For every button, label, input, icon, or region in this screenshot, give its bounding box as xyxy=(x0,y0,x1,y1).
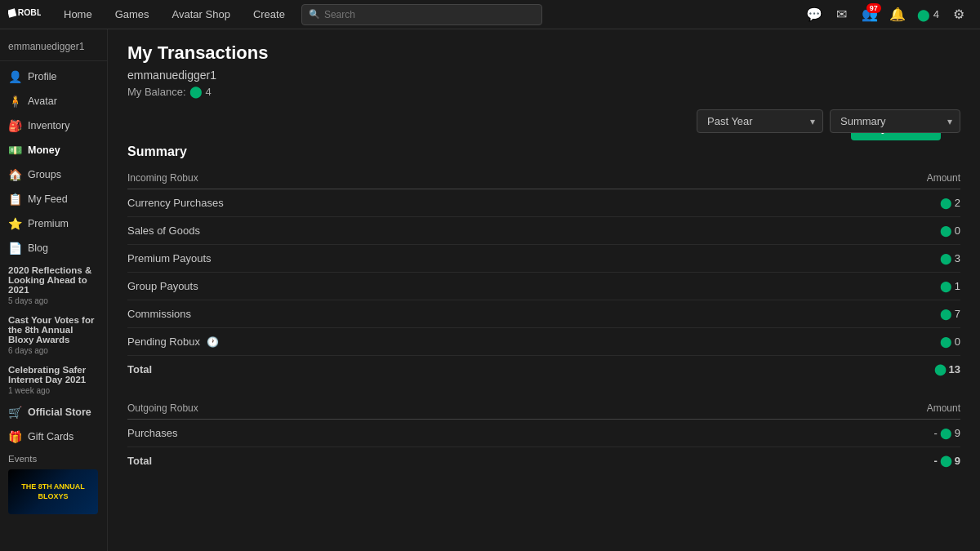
page-header-area: My Transactions emmanuedigger1 My Balanc… xyxy=(127,42,960,98)
sidebar-label-official-store: Official Store xyxy=(28,407,91,418)
pending-robux-label: Pending Robux 🕐 xyxy=(127,328,744,356)
outgoing-amount-header: Amount xyxy=(692,398,960,420)
pending-robux-amount: ⬤0 xyxy=(744,328,960,356)
svg-rect-0 xyxy=(8,8,16,17)
sidebar-item-money[interactable]: 💵 Money xyxy=(0,138,107,162)
nav-right-icons: 💬 ✉ 👥97 🔔 ⬤ 4 ⚙ xyxy=(801,2,972,28)
page-username: emmanuedigger1 xyxy=(127,69,960,82)
sales-of-goods-label: Sales of Goods xyxy=(127,217,744,245)
bloxy-event-text: THE 8TH ANNUAL BLOXYS xyxy=(21,482,85,501)
sidebar-label-gift-cards: Gift Cards xyxy=(28,431,74,442)
commissions-label: Commissions xyxy=(127,300,744,328)
table-row: Premium Payouts ⬤3 xyxy=(127,245,960,273)
commissions-amount: ⬤7 xyxy=(744,300,960,328)
settings-icon-btn[interactable]: ⚙ xyxy=(946,2,972,28)
time-filter-select[interactable]: Past Day Past Week Past Month Past Year xyxy=(697,109,823,133)
outgoing-header: Outgoing Robux xyxy=(127,398,692,420)
premium-payouts-label: Premium Payouts xyxy=(127,245,744,273)
friends-icon-btn[interactable]: 👥97 xyxy=(857,2,883,28)
pending-robux-value: 0 xyxy=(955,335,960,348)
sidebar-item-avatar[interactable]: 🧍 Avatar xyxy=(0,89,107,113)
sidebar-label-my-feed: My Feed xyxy=(28,193,68,205)
type-filter-wrap: Summary Currency Purchases Sales of Good… xyxy=(830,109,960,133)
nav-avatar-shop[interactable]: Avatar Shop xyxy=(161,0,242,29)
outgoing-total-amount: - ⬤ 9 xyxy=(692,447,960,475)
purchases-label: Purchases xyxy=(127,420,692,447)
sidebar-item-my-feed[interactable]: 📋 My Feed xyxy=(0,187,107,211)
sidebar-username: emmanuedigger1 xyxy=(0,36,107,61)
robux-icon: ⬤ xyxy=(940,280,952,292)
sidebar-item-premium[interactable]: ⭐ Premium xyxy=(0,211,107,236)
purchases-amount: - ⬤ 9 xyxy=(692,420,960,447)
bloxy-event-banner[interactable]: THE 8TH ANNUAL BLOXYS xyxy=(8,469,98,514)
chat-icon-btn[interactable]: 💬 xyxy=(801,2,827,28)
group-payouts-value: 1 xyxy=(955,280,960,292)
search-box[interactable]: 🔍 xyxy=(301,4,542,25)
robux-icon: ⬤ xyxy=(940,197,952,209)
balance-value: 4 xyxy=(206,86,212,98)
table-row: Sales of Goods ⬤0 xyxy=(127,217,960,245)
friends-badge: 97 xyxy=(866,3,881,13)
sidebar-label-profile: Profile xyxy=(28,71,56,82)
sidebar-label-money: Money xyxy=(28,144,60,156)
notifications-icon-btn[interactable]: 🔔 xyxy=(884,2,911,28)
page-layout: emmanuedigger1 👤 Profile 🧍 Avatar 🎒 Inve… xyxy=(0,29,980,551)
sidebar-label-inventory: Inventory xyxy=(28,120,69,131)
section-spacer xyxy=(127,383,960,398)
sidebar-item-groups[interactable]: 🏠 Groups xyxy=(0,162,107,187)
incoming-total-label: Total xyxy=(127,356,744,384)
purchases-value: 9 xyxy=(955,427,960,439)
type-filter-select[interactable]: Summary Currency Purchases Sales of Good… xyxy=(830,109,960,133)
summary-title: Summary xyxy=(127,144,960,159)
sidebar-label-premium: Premium xyxy=(28,218,69,229)
robux-icon: ⬤ xyxy=(940,427,952,439)
outgoing-total-label: Total xyxy=(127,447,692,475)
filters-row: Past Day Past Week Past Month Past Year … xyxy=(127,109,960,133)
sidebar-item-profile[interactable]: 👤 Profile xyxy=(0,64,107,89)
outgoing-table: Outgoing Robux Amount Purchases - ⬤ 9 xyxy=(127,398,960,474)
top-navigation: ROBLOX Home Games Avatar Shop Create 🔍 💬… xyxy=(0,0,980,29)
sidebar-blog-post-2[interactable]: Celebrating Safer Internet Day 2021 1 we… xyxy=(0,360,107,400)
sidebar-label-groups: Groups xyxy=(28,169,61,180)
currency-purchases-amount: ⬤2 xyxy=(744,189,960,217)
balance-label: My Balance: xyxy=(127,86,186,98)
robux-icon: ⬤ xyxy=(917,8,930,21)
robux-icon: ⬤ xyxy=(940,252,952,264)
purchases-negative-sign: - xyxy=(933,427,937,439)
group-payouts-amount: ⬤1 xyxy=(744,273,960,300)
sidebar-blog-post-1[interactable]: Cast Your Votes for the 8th Annual Bloxy… xyxy=(0,310,107,360)
outgoing-total-value: 9 xyxy=(955,455,960,467)
page-balance: My Balance: ⬤ 4 xyxy=(127,85,960,98)
sidebar-label-blog: Blog xyxy=(28,242,48,254)
incoming-header: Incoming Robux xyxy=(127,167,744,189)
sidebar-item-blog[interactable]: 📄 Blog xyxy=(0,236,107,260)
nav-create[interactable]: Create xyxy=(242,0,296,29)
sidebar-item-inventory[interactable]: 🎒 Inventory xyxy=(0,113,107,138)
robux-icon: ⬤ xyxy=(934,363,947,375)
inventory-icon: 🎒 xyxy=(8,119,21,132)
sidebar-item-official-store[interactable]: 🛒 Official Store xyxy=(0,400,107,424)
roblox-logo[interactable]: ROBLOX xyxy=(8,7,41,22)
sidebar: emmanuedigger1 👤 Profile 🧍 Avatar 🎒 Inve… xyxy=(0,29,108,551)
nav-games[interactable]: Games xyxy=(104,0,161,29)
outgoing-total-negative-sign: - xyxy=(933,455,937,467)
premium-payouts-value: 3 xyxy=(955,252,960,264)
premium-icon: ⭐ xyxy=(8,217,21,230)
time-filter-wrap: Past Day Past Week Past Month Past Year xyxy=(697,109,823,133)
robux-icon: ⬤ xyxy=(940,308,952,320)
table-row: Pending Robux 🕐 ⬤0 xyxy=(127,328,960,356)
messages-icon-btn[interactable]: ✉ xyxy=(829,2,855,28)
profile-icon: 👤 xyxy=(8,70,21,83)
robux-display[interactable]: ⬤ 4 xyxy=(912,8,944,21)
nav-home[interactable]: Home xyxy=(52,0,104,29)
robux-icon: ⬤ xyxy=(940,335,952,348)
sidebar-item-gift-cards[interactable]: 🎁 Gift Cards xyxy=(0,424,107,449)
sidebar-blog-post-0[interactable]: 2020 Reflections & Looking Ahead to 2021… xyxy=(0,260,107,310)
search-input[interactable] xyxy=(324,9,535,20)
robux-amount: 4 xyxy=(933,8,939,20)
incoming-total-amount: ⬤13 xyxy=(744,356,960,384)
sales-of-goods-amount: ⬤0 xyxy=(744,217,960,245)
table-row: Purchases - ⬤ 9 xyxy=(127,420,960,447)
pending-clock-icon: 🕐 xyxy=(207,336,219,348)
incoming-total-row: Total ⬤13 xyxy=(127,356,960,384)
